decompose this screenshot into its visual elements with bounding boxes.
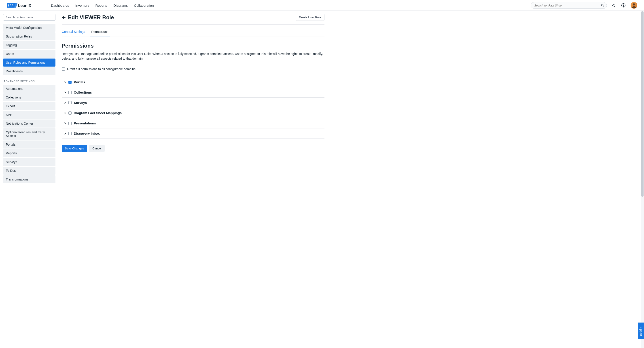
sidebar-item-kpis[interactable]: KPIs	[3, 111, 56, 119]
actions: Save Changes Cancel	[62, 145, 324, 152]
sidebar-item-surveys[interactable]: Surveys	[3, 158, 56, 166]
help-icon[interactable]	[621, 3, 626, 7]
sidebar-item-user-roles[interactable]: User Roles and Permissions	[3, 58, 56, 67]
grant-all-label: Grant full permissions to all configurab…	[67, 67, 136, 71]
permissions-heading: Permissions	[62, 43, 324, 49]
perm-checkbox[interactable]	[68, 101, 72, 104]
chevron-right-icon	[64, 102, 66, 104]
global-search	[531, 2, 607, 9]
permissions-description: Here you can manage and define permissio…	[62, 52, 324, 61]
chevron-right-icon	[64, 112, 66, 114]
chevron-right-icon	[64, 122, 66, 124]
perm-label: Presentations	[74, 121, 96, 125]
topnav-reports[interactable]: Reports	[96, 3, 107, 7]
topbar-right	[531, 2, 637, 9]
perm-checkbox[interactable]	[68, 111, 72, 115]
grant-all-row: Grant full permissions to all configurab…	[62, 67, 324, 71]
perm-row[interactable]: Presentations	[62, 118, 324, 128]
sidebar-item-dashboards[interactable]: Dashboards	[3, 67, 56, 75]
perm-label: Discovery Inbox	[74, 132, 100, 135]
sidebar-item-transformations[interactable]: Transformations	[3, 175, 56, 183]
tab-general-settings[interactable]: General Settings	[62, 28, 85, 36]
sidebar-item-todos[interactable]: To-Dos	[3, 167, 56, 175]
save-button[interactable]: Save Changes	[62, 145, 87, 152]
support-tab[interactable]: Support	[638, 323, 644, 339]
page-title: Edit VIEWER Role	[68, 14, 114, 20]
svg-point-8	[633, 3, 635, 5]
sidebar-item-notifications[interactable]: Notifications Center	[3, 120, 56, 128]
sidebar-item-collections[interactable]: Collections	[3, 93, 56, 101]
topnav-collaboration[interactable]: Collaboration	[134, 3, 154, 7]
permission-groups: PortalsCollectionsSurveysDiagram Fact Sh…	[62, 77, 324, 139]
tabs: General Settings Permissions	[62, 28, 324, 36]
topnav-dashboards[interactable]: Dashboards	[51, 3, 69, 7]
avatar[interactable]	[630, 2, 637, 9]
chevron-right-icon	[64, 81, 66, 83]
perm-row[interactable]: Diagram Fact Sheet Mappings	[62, 108, 324, 118]
perm-row[interactable]: Portals	[62, 77, 324, 87]
perm-row[interactable]: Surveys	[62, 98, 324, 108]
perm-group: Collections	[62, 87, 324, 98]
perm-label: Collections	[74, 90, 92, 94]
chevron-right-icon	[64, 91, 66, 94]
back-arrow-icon[interactable]	[62, 15, 66, 20]
topbar: SAP LeanIX Dashboards Inventory Reports …	[0, 0, 644, 11]
perm-group: Discovery Inbox	[62, 128, 324, 139]
sidebar-item-tagging[interactable]: Tagging	[3, 41, 56, 49]
chevron-right-icon	[64, 133, 66, 135]
sidebar: Meta Model Configuration Subscription Ro…	[0, 11, 58, 348]
logo[interactable]: SAP LeanIX	[7, 2, 40, 8]
sidebar-item-meta-model[interactable]: Meta Model Configuration	[3, 24, 56, 32]
perm-row[interactable]: Collections	[62, 87, 324, 97]
svg-point-4	[602, 4, 603, 6]
perm-group: Portals	[62, 77, 324, 87]
svg-point-7	[624, 6, 624, 7]
sidebar-advanced-header: ADVANCED SETTINGS	[3, 80, 56, 83]
perm-group: Presentations	[62, 118, 324, 128]
search-input[interactable]	[531, 2, 607, 9]
svg-marker-2	[14, 3, 18, 7]
delete-user-role-button[interactable]: Delete User Role	[296, 14, 324, 21]
svg-text:LeanIX: LeanIX	[18, 3, 32, 8]
main-content: Edit VIEWER Role Delete User Role Genera…	[58, 11, 330, 348]
topnav-diagrams[interactable]: Diagrams	[113, 3, 128, 7]
sidebar-item-reports[interactable]: Reports	[3, 149, 56, 157]
announcements-icon[interactable]	[612, 3, 616, 7]
tab-permissions[interactable]: Permissions	[91, 28, 108, 36]
grant-all-checkbox[interactable]	[62, 67, 65, 71]
cancel-button[interactable]: Cancel	[89, 145, 104, 152]
perm-row[interactable]: Discovery Inbox	[62, 128, 324, 139]
perm-checkbox[interactable]	[68, 122, 72, 125]
topnav: Dashboards Inventory Reports Diagrams Co…	[51, 3, 154, 7]
perm-label: Diagram Fact Sheet Mappings	[74, 111, 122, 115]
sidebar-item-automations[interactable]: Automations	[3, 85, 56, 93]
search-icon	[601, 4, 604, 7]
perm-checkbox[interactable]	[68, 91, 72, 94]
perm-label: Portals	[74, 80, 85, 84]
svg-line-5	[603, 6, 604, 6]
sidebar-item-portals[interactable]: Portals	[3, 141, 56, 149]
scrollbar-vertical[interactable]	[641, 11, 644, 348]
page-header: Edit VIEWER Role Delete User Role	[62, 14, 324, 24]
sidebar-item-export[interactable]: Export	[3, 102, 56, 110]
perm-label: Surveys	[74, 101, 87, 105]
sidebar-item-users[interactable]: Users	[3, 50, 56, 58]
scrollbar-thumb[interactable]	[641, 11, 644, 197]
topnav-inventory[interactable]: Inventory	[75, 3, 89, 7]
perm-checkbox[interactable]	[68, 81, 72, 84]
svg-text:SAP: SAP	[8, 4, 14, 7]
perm-group: Diagram Fact Sheet Mappings	[62, 108, 324, 118]
perm-group: Surveys	[62, 98, 324, 108]
sidebar-item-subscription-roles[interactable]: Subscription Roles	[3, 32, 56, 40]
sidebar-item-optional-features[interactable]: Optional Features and Early Access	[3, 128, 56, 140]
perm-checkbox[interactable]	[68, 132, 72, 135]
sidebar-search-input[interactable]	[3, 14, 56, 20]
